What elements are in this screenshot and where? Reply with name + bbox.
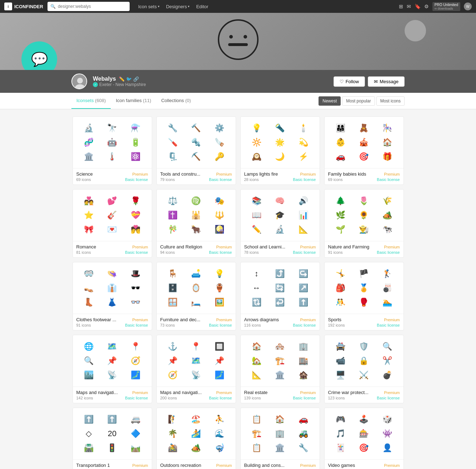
icon-card[interactable]: 🤸🏴🏌️🎒🏅🎳🤼🥊🏊 Sports Premium 192 icons Basi… xyxy=(324,262,404,331)
icon-card-footer: Real estate Premium 139 icons Basic lice… xyxy=(241,387,320,403)
logo[interactable]: i ICONFINDER xyxy=(4,2,43,10)
svg-point-5 xyxy=(77,78,83,84)
icon-preview-item: 👨‍👩‍👧 xyxy=(335,122,346,134)
icon-preview-item: 🎮 xyxy=(335,414,346,425)
icon-card[interactable]: ↕️⤴️↪️↔️🔄↗️🔃↩️⬆️ Arrows diagrams Premium… xyxy=(240,262,320,331)
icon-card[interactable]: 💡🔦🕯️🔆🌟💫🕰️🌙⚡ Lamps lights fire Premium 28… xyxy=(240,116,320,185)
card-title: Sports xyxy=(328,317,342,322)
avatar[interactable]: W xyxy=(464,2,472,10)
icon-preview-item: 👨‍🌾 xyxy=(358,224,370,235)
nav-editor[interactable]: Editor xyxy=(193,2,211,11)
icon-preview: ⚓📍🔲📌🗺️📌🧭📡🗾 xyxy=(157,335,236,387)
search-bar[interactable]: 🔍 xyxy=(47,2,130,11)
card-badge: Premium xyxy=(300,463,316,468)
profile-actions: ♡ Follow ✉ Message xyxy=(334,76,405,87)
card-badge: Premium xyxy=(216,390,232,395)
icon-preview-item: ⤴️ xyxy=(274,268,286,279)
pro-label: PRO Unlimited xyxy=(435,3,458,7)
icon-preview-item: 🏗️ xyxy=(251,428,262,439)
icon-preview-item: 🔨 xyxy=(190,122,202,134)
edit-icon[interactable]: ✏️ xyxy=(119,76,125,82)
icon-preview-item: 🧠 xyxy=(274,195,286,207)
card-icon-count: 116 icons xyxy=(244,323,261,327)
bookmark-icon[interactable]: 🔖 xyxy=(415,4,421,9)
tab-icon-families[interactable]: Icon families (11) xyxy=(111,93,156,109)
search-input[interactable] xyxy=(58,4,127,9)
icon-card[interactable]: 🌲🌷🌾🌿🌻🏕️🌱👨‍🌾🐄 Nature and Farming Premium … xyxy=(324,189,404,258)
icon-card[interactable]: 🥽👒🎩👡👔🕶️👢👗👓 Clothes footwear ... Premium … xyxy=(72,262,152,331)
tab-icon-families-label: Icon families xyxy=(116,98,141,103)
card-badge: Premium xyxy=(216,172,232,176)
icon-preview: 🤸🏴🏌️🎒🏅🎳🤼🥊🏊 xyxy=(325,262,404,314)
icon-card[interactable]: 🌐🗺️📍🔍📌🧭🏙️📡🗾 Maps and navigati... Premium… xyxy=(72,335,152,403)
twitter-icon[interactable]: 🐦 xyxy=(126,76,132,82)
icon-preview: 🚔🛡️🔍📹🔒✂️🖥️⚔️💣 xyxy=(325,335,404,387)
icon-preview-item: 📊 xyxy=(298,210,309,221)
icon-card-footer: Clothes footwear ... Premium 91 icons Ba… xyxy=(73,314,152,330)
pro-badge: PRO Unlimited ∞ downloads xyxy=(432,2,460,11)
icon-preview-item: 📡 xyxy=(190,369,202,381)
icon-preview-item: 🏡 xyxy=(251,355,262,367)
icon-card[interactable]: 🎮🕹️🎲🎵🎰👾🃏🎯👤 Video games Premium 126 icons… xyxy=(324,408,404,469)
icon-card[interactable]: 💑💕🌹⭐🎸💝🎀💌💏 Romance Premium 81 icons Basic… xyxy=(72,189,152,258)
icon-card[interactable]: ⬆️⬆️🚐◇20🔷🛣️🚦🛤️ Transportation 1 Premium … xyxy=(72,408,152,469)
follow-button[interactable]: ♡ Follow xyxy=(334,76,365,87)
icon-preview-item: 👡 xyxy=(83,282,94,294)
icon-preview: 💑💕🌹⭐🎸💝🎀💌💏 xyxy=(73,190,152,241)
icon-preview-item: ⭐ xyxy=(83,210,94,221)
icon-card[interactable]: 📋🏠🚗🏗️🏢🚜📋🏛️🔧 Building and cons... Premium… xyxy=(240,408,320,469)
brand-logo-icon: 💬 xyxy=(31,51,48,67)
icon-card[interactable]: 👨‍👩‍👧🧸🎠👶🎪🏠🚗🎯🎁 Family babies kids Premium… xyxy=(324,116,404,185)
icon-card[interactable]: 🪑🛋️💡🗄️🪞🏺🪟🛏️🖼️ Furniture and dec... Premi… xyxy=(156,262,236,331)
tab-collections[interactable]: Collections (0) xyxy=(156,93,196,109)
card-license: Basic license xyxy=(125,177,148,182)
icon-card[interactable]: 🚔🛡️🔍📹🔒✂️🖥️⚔️💣 Crime war protect... Premi… xyxy=(324,335,404,403)
icon-preview-item: 🌟 xyxy=(274,137,286,148)
icon-preview-item: 🔷 xyxy=(130,428,141,439)
card-license: Basic license xyxy=(293,177,316,182)
icon-card[interactable]: 🔬🔭⚗️🧬🤖🔋🏛️🌡️⚛️ Science Premium 69 icons B… xyxy=(72,116,152,185)
icon-preview-item: 🏚️ xyxy=(298,369,309,381)
icon-preview-item: 📐 xyxy=(251,369,262,381)
message-button[interactable]: ✉ Message xyxy=(368,76,405,87)
icon-preview-item: 🔭 xyxy=(106,122,118,134)
icon-card[interactable]: 🧗🏖️⛹️🌴🏄🌊🚵🏕️🤿 Outdoors recreation Premium… xyxy=(156,408,236,469)
icon-card[interactable]: ⚓📍🔲📌🗺️📌🧭📡🗾 Maps and navigati... Premium … xyxy=(156,335,236,403)
icon-preview-item: 🤼 xyxy=(335,297,346,308)
icon-card[interactable]: 📚🧠🔊📖🎓📊✏️🔬📐 School and Learni... Premium … xyxy=(240,189,320,258)
sort-most-popular[interactable]: Most popular xyxy=(342,96,375,106)
icon-preview-item: 🔦 xyxy=(274,122,286,134)
mail-icon[interactable]: ✉ xyxy=(407,4,411,9)
card-badge: Premium xyxy=(300,318,316,322)
icon-preview-item: 👤 xyxy=(382,442,393,454)
nav-designers[interactable]: Designers ▾ xyxy=(163,2,193,11)
sort-newest[interactable]: Newest xyxy=(319,96,341,106)
icon-preview-item: 🔍 xyxy=(83,355,94,367)
tabs-bar: Iconsets (608) Icon families (11) Collec… xyxy=(0,93,476,109)
icon-preview-item: 🎰 xyxy=(358,428,370,439)
icon-preview-item: 🛤️ xyxy=(130,442,141,454)
icon-preview-item: 🛡️ xyxy=(358,341,370,352)
icon-preview-item: 💌 xyxy=(106,224,118,235)
link-icon[interactable]: 🔗 xyxy=(133,76,139,82)
tab-iconsets[interactable]: Iconsets (608) xyxy=(71,93,111,109)
tab-collections-label: Collections xyxy=(161,98,184,103)
settings-icon[interactable]: ⚙ xyxy=(424,4,429,9)
icon-preview-item: ✏️ xyxy=(251,224,262,235)
card-icon-count: 69 icons xyxy=(328,177,343,182)
icon-card[interactable]: 🔧🔨⚙️🪛🔩🪚🗜️⛏️🔑 Tools and constru... Premiu… xyxy=(156,116,236,185)
icon-preview-item: ♍ xyxy=(190,195,202,207)
card-license: Basic license xyxy=(209,250,232,254)
icon-preview-item: 🌐 xyxy=(83,341,94,352)
nav-right: ⊞ ✉ 🔖 ⚙ PRO Unlimited ∞ downloads W xyxy=(399,2,472,11)
nav-icon-sets[interactable]: Icon sets ▾ xyxy=(135,2,162,11)
grid-icon: ⊞ xyxy=(399,4,403,9)
icon-preview-item: 🔧 xyxy=(167,122,178,134)
card-badge: Premium xyxy=(384,318,400,322)
icon-preview-item: 🔱 xyxy=(214,210,225,221)
icon-preview-item: 🧸 xyxy=(358,122,370,134)
icon-card[interactable]: ⚖️♍🎭✝️🕌🔱🎋🐂🎑 Culture and Religion Premium… xyxy=(156,189,236,258)
sort-most-icons[interactable]: Most icons xyxy=(376,96,405,106)
icon-card[interactable]: 🏠🏘️🏢🏡🏗️🏬📐🏛️🏚️ Real estate Premium 139 ic… xyxy=(240,335,320,403)
icon-preview: 🧗🏖️⛹️🌴🏄🌊🚵🏕️🤿 xyxy=(157,408,236,459)
